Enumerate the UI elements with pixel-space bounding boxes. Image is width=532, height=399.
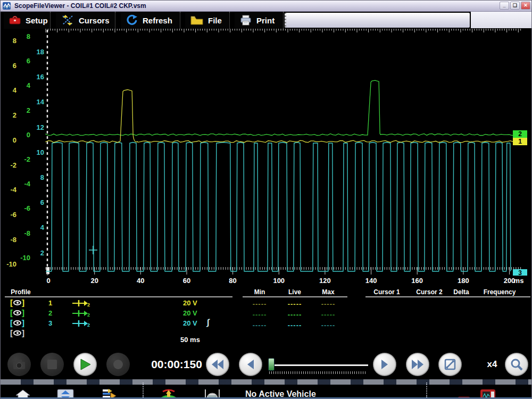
crosshair-cursor[interactable] (89, 246, 97, 254)
y-axis-label-ch2: -2 (24, 155, 30, 163)
svg-text:2: 2 (87, 302, 90, 307)
refresh-icon (126, 14, 138, 26)
channel-2-visibility-toggle[interactable]: [] (10, 308, 24, 317)
print-button[interactable]: Print (235, 12, 284, 29)
active-vehicle-status: No Active Vehicle (245, 389, 316, 399)
home-icon (15, 389, 31, 399)
step-forward-button[interactable] (373, 353, 396, 376)
top-ruler (46, 29, 521, 32)
scope-screen-button[interactable] (57, 388, 74, 399)
zoom-button[interactable] (505, 353, 528, 376)
file-button[interactable]: File (185, 12, 230, 29)
wireless-module-icon (455, 388, 473, 399)
step-back-icon (246, 359, 255, 370)
y-axis-label-ch1: -2 (10, 161, 16, 169)
wireless-module-button[interactable] (455, 388, 473, 399)
y-axis-label-ch3: 12 (37, 123, 44, 131)
svg-text:2: 2 (87, 322, 90, 327)
rewind-button[interactable] (206, 353, 229, 376)
fast-forward-button[interactable] (406, 353, 429, 376)
y-axis-label-ch1: 2 (13, 111, 16, 119)
channel-number: 3 (48, 319, 52, 327)
close-button[interactable]: ✕ (521, 2, 530, 10)
channel-3-visibility-toggle[interactable]: [] (10, 318, 24, 327)
step-back-button[interactable] (239, 353, 262, 376)
play-button[interactable] (73, 353, 97, 376)
taskbar-separator (143, 383, 144, 397)
scope-display[interactable]: 86420-2-4-6-8-1086420-2-4-6-8-1018161412… (1, 29, 532, 276)
scope-module-button[interactable] (479, 388, 496, 399)
y-axis-label-ch3: 2 (40, 248, 44, 256)
channel-1-visibility-toggle[interactable]: [] (10, 298, 24, 307)
x-axis-tick-label: 140 (365, 277, 377, 285)
column-header-max: Max (322, 288, 334, 296)
measurement-panel: Profile 50 ms MinLiveMaxCursor 1Cursor 2… (1, 286, 532, 346)
channel-scale-value[interactable]: 20 V (183, 299, 197, 307)
cursors-button[interactable]: Cursors (56, 12, 115, 29)
data-list-button[interactable] (102, 388, 118, 399)
y-axis-label-ch1: 8 (13, 37, 16, 45)
x-axis-tick-label: 100 (273, 277, 285, 285)
y-axis-label-ch1: 0 (13, 136, 16, 144)
snapshot-button[interactable] (7, 353, 31, 376)
y-axis-label-ch2: -10 (20, 253, 30, 261)
channel-1-badge[interactable]: 1 (513, 138, 527, 145)
probe-icon[interactable]: 2 (72, 300, 90, 307)
probe-icon[interactable]: 2 (72, 320, 90, 327)
playback-toolbar: 00:00:150 x4 (1, 346, 532, 379)
record-icon (112, 359, 124, 370)
bracket: [ (10, 308, 13, 317)
setup-button[interactable]: Setup (4, 12, 51, 29)
refresh-button[interactable]: Refresh (121, 12, 180, 29)
bracket: [ (10, 328, 13, 337)
home-button[interactable] (15, 389, 31, 399)
toolbar-button-label: Setup (26, 16, 48, 25)
timecode-display: 00:00:150 (151, 358, 202, 371)
position-slider-track[interactable] (268, 364, 368, 366)
restore-button[interactable]: ❏ (510, 2, 520, 10)
profile-underline (5, 296, 232, 297)
bracket: ] (22, 298, 24, 307)
vehicle-id-button[interactable] (204, 389, 221, 399)
trigger-marker[interactable] (46, 267, 49, 274)
x-axis-tick-label: 120 (319, 277, 331, 285)
filter-scurve-icon[interactable]: ∫ (207, 318, 209, 327)
bracket: [ (10, 298, 13, 307)
expand-icon (444, 358, 456, 371)
window-controls: _❏✕ (498, 2, 530, 10)
scope-screen-icon (57, 388, 74, 399)
stop-button[interactable] (40, 353, 64, 376)
record-button[interactable] (106, 353, 130, 376)
eye-icon (13, 330, 21, 336)
minmax-underline (243, 296, 347, 297)
channel-scale-value[interactable]: 20 V (183, 319, 197, 327)
toolbar-spacer-right (471, 12, 532, 28)
zoom-level-label: x4 (487, 359, 497, 370)
folder-icon (190, 15, 203, 25)
bottom-ruler (46, 267, 521, 275)
position-slider-ticks (269, 371, 366, 374)
channel-2-badge[interactable]: 2 (513, 130, 527, 138)
y-axis-label-ch2: 8 (27, 32, 30, 40)
rewind-icon (211, 359, 225, 370)
eye-icon (13, 310, 21, 315)
sweep-time-label[interactable]: 50 ms (180, 336, 200, 344)
y-axis-label-ch3: 4 (40, 223, 44, 231)
position-slider-thumb[interactable] (268, 358, 275, 371)
vehicle-connect-button[interactable] (160, 388, 178, 399)
expand-button[interactable] (438, 353, 462, 376)
probe-icon[interactable]: 2 (72, 310, 90, 317)
minimize-button[interactable]: _ (500, 2, 509, 10)
toolbar-button-label: Cursors (79, 16, 110, 25)
ch3-ckp-trace (46, 143, 511, 272)
toolbar-spacer (285, 13, 470, 28)
y-axis-label-ch2: -4 (24, 180, 30, 188)
waveform-plot[interactable] (1, 29, 532, 276)
y-axis-label-ch1: -8 (10, 235, 16, 243)
main-toolbar: SetupCursorsRefreshFilePrint (1, 12, 532, 29)
channel-scale-value[interactable]: 20 V (183, 309, 197, 317)
data-list-icon (102, 388, 118, 399)
eye-icon (13, 300, 21, 305)
y-axis-label-ch3: 18 (37, 48, 44, 56)
channel-aux-visibility-toggle[interactable]: [] (10, 328, 24, 337)
